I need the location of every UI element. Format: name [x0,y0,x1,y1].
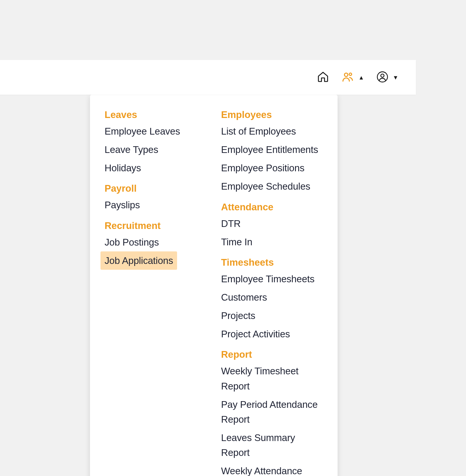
menu-item-holidays[interactable]: Holidays [105,159,206,177]
section-header-timesheets: Timesheets [221,257,323,268]
section-header-employees: Employees [221,109,323,120]
menu-item-employee-timesheets[interactable]: Employee Timesheets [221,270,323,288]
menu-item-customers[interactable]: Customers [221,288,323,306]
menu-item-employee-leaves[interactable]: Employee Leaves [105,122,206,140]
home-icon [317,71,329,84]
menu-item-projects[interactable]: Projects [221,306,323,325]
mega-menu: Leaves Employee Leaves Leave Types Holid… [90,95,338,476]
menu-item-weekly-attendance-report[interactable]: Weekly Attendance Report [221,462,323,476]
caret-up-icon: ▲ [358,75,364,80]
home-button[interactable] [317,71,329,84]
section-header-payroll: Payroll [105,183,206,194]
svg-point-3 [381,74,384,77]
menu-item-employee-positions[interactable]: Employee Positions [221,159,323,177]
menu-item-employee-entitlements[interactable]: Employee Entitlements [221,140,323,159]
svg-point-0 [345,73,348,76]
menu-item-dtr[interactable]: DTR [221,214,323,233]
topbar: ▲ ▼ [0,60,416,95]
menu-item-job-applications[interactable]: Job Applications [100,251,177,270]
menu-item-leaves-summary-report[interactable]: Leaves Summary Report [221,429,323,462]
menu-item-payslips[interactable]: Payslips [105,196,206,214]
people-icon [341,70,354,84]
profile-dropdown-button[interactable]: ▼ [376,71,398,84]
section-header-recruitment: Recruitment [105,220,206,231]
section-header-leaves: Leaves [105,109,206,120]
menu-item-project-activities[interactable]: Project Activities [221,325,323,343]
caret-down-icon: ▼ [393,75,398,80]
menu-item-job-postings[interactable]: Job Postings [105,233,206,251]
menu-item-leave-types[interactable]: Leave Types [105,140,206,159]
menu-item-employee-schedules[interactable]: Employee Schedules [221,177,323,195]
menu-item-list-of-employees[interactable]: List of Employees [221,122,323,140]
section-header-attendance: Attendance [221,202,323,213]
menu-item-time-in[interactable]: Time In [221,233,323,251]
menu-item-pay-period-attendance-report[interactable]: Pay Period Attendance Report [221,395,323,429]
menu-item-weekly-timesheet-report[interactable]: Weekly Timesheet Report [221,362,323,395]
svg-point-1 [349,73,352,75]
profile-icon [376,71,389,84]
section-header-report: Report [221,349,323,360]
menu-right-column: Employees List of Employees Employee Ent… [221,109,323,476]
menu-left-column: Leaves Employee Leaves Leave Types Holid… [105,109,206,476]
people-dropdown-button[interactable]: ▲ [341,70,364,84]
